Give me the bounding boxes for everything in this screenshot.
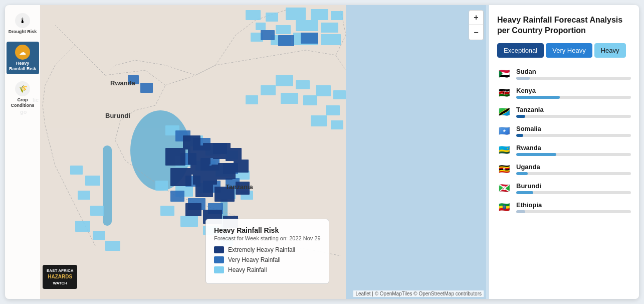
ea-line3: WATCH [47,280,73,286]
country-row-sudan: 🇸🇩Sudan [497,67,631,81]
sidebar-item-rainfall[interactable]: ☁ Heavy Rainfall Risk [7,42,39,75]
country-info-somalia: Somalia [516,125,631,137]
bar-fill-somalia [516,134,523,137]
heavy-swatch [214,266,224,273]
very-heavy-label: Very Heavy Rainfall [228,256,281,263]
legend-popup: Heavy Rainfall Risk Forecast for Week st… [205,219,329,284]
zoom-controls: + − [469,10,484,40]
bar-track-tanzania [516,115,631,118]
crop-icon: 🌾 [15,81,30,96]
country-info-sudan: Sudan [516,68,631,80]
crop-label: Crop Conditions [9,97,37,108]
bar-fill-kenya [516,96,560,99]
flag-kenya: 🇰🇪 [497,86,511,100]
legend-subtitle: Forecast for Week starting on: 2022 Nov … [214,235,321,241]
filter-veryheavy[interactable]: Very Heavy [546,43,592,58]
bar-fill-uganda [516,172,528,175]
extremely-heavy-swatch [214,246,224,253]
filter-buttons: Exceptional Very Heavy Heavy [497,43,631,58]
bar-track-somalia [516,134,631,137]
flag-uganda: 🇺🇬 [497,162,511,176]
country-info-ethiopia: Ethiopia [516,201,631,213]
country-name-tanzania: Tanzania [516,106,631,113]
legend-item-very-heavy: Very Heavy Rainfall [214,256,321,263]
filter-heavy[interactable]: Heavy [594,43,626,58]
legend-title: Heavy Rainfall Risk [214,226,321,234]
attribution: Leaflet | © OpenMapTiles © OpenStreetMap… [353,290,484,297]
bar-fill-sudan [516,77,530,80]
sidebar-item-crop[interactable]: 🌾 Crop Conditions [7,78,39,111]
country-info-tanzania: Tanzania [516,106,631,118]
country-name-rwanda: Rwanda [516,144,631,151]
rainfall-icon: ☁ [15,45,30,60]
bar-track-sudan [516,77,631,80]
flag-somalia: 🇸🇴 [497,124,511,138]
bar-fill-burundi [516,191,533,194]
ea-line1: EAST AFRICA [47,268,73,273]
legend-item-extremely-heavy: Extremely Heavy Rainfall [214,246,321,253]
legend-item-heavy: Heavy Rainfall [214,266,321,273]
bar-track-burundi [516,191,631,194]
main-container: 🌡 Drought Risk ☁ Heavy Rainfall Risk 🌾 C… [5,5,639,299]
country-name-sudan: Sudan [516,68,631,75]
country-row-somalia: 🇸🇴Somalia [497,124,631,138]
country-info-rwanda: Rwanda [516,144,631,156]
drought-label: Drought Risk [9,29,37,35]
extremely-heavy-label: Extremely Heavy Rainfall [228,246,295,253]
country-name-uganda: Uganda [516,163,631,171]
country-info-uganda: Uganda [516,163,631,175]
country-name-ethiopia: Ethiopia [516,201,631,209]
zoom-in-button[interactable]: + [469,10,484,25]
panel-title: Heavy Rainfall Forecast Analysis per Cou… [497,15,631,36]
country-info-kenya: Kenya [516,87,631,99]
filter-exceptional[interactable]: Exceptional [497,43,544,58]
country-row-burundi: 🇧🇮Burundi [497,181,631,195]
right-panel: Heavy Rainfall Forecast Analysis per Cou… [489,5,639,299]
country-name-burundi: Burundi [516,182,631,190]
flag-rwanda: 🇷🇼 [497,143,511,157]
country-row-ethiopia: 🇪🇹Ethiopia [497,200,631,214]
zoom-out-button[interactable]: − [469,25,484,40]
country-list: 🇸🇩Sudan🇰🇪Kenya🇹🇿Tanzania🇸🇴Somalia🇷🇼Rwand… [497,67,631,214]
flag-burundi: 🇧🇮 [497,181,511,195]
country-name-somalia: Somalia [516,125,631,132]
left-sidebar: 🌡 Drought Risk ☁ Heavy Rainfall Risk 🌾 C… [5,5,40,299]
country-info-burundi: Burundi [516,182,631,194]
country-row-uganda: 🇺🇬Uganda [497,162,631,176]
map-section: 🌡 Drought Risk ☁ Heavy Rainfall Risk 🌾 C… [5,5,489,299]
country-name-kenya: Kenya [516,87,631,94]
flag-ethiopia: 🇪🇹 [497,200,511,214]
bar-track-uganda [516,172,631,175]
bar-track-rwanda [516,153,631,156]
rainfall-label: Heavy Rainfall Risk [9,61,37,72]
flag-tanzania: 🇹🇿 [497,105,511,119]
bar-track-kenya [516,96,631,99]
country-row-rwanda: 🇷🇼Rwanda [497,143,631,157]
bar-fill-rwanda [516,153,556,156]
bar-track-ethiopia [516,210,631,213]
bar-fill-ethiopia [516,210,525,213]
ea-logo: EAST AFRICA HAZARDS WATCH [43,265,77,289]
heavy-label: Heavy Rainfall [228,266,267,273]
flag-sudan: 🇸🇩 [497,67,511,81]
bar-fill-tanzania [516,115,525,118]
very-heavy-swatch [214,256,224,263]
drought-icon: 🌡 [15,13,30,28]
country-row-tanzania: 🇹🇿Tanzania [497,105,631,119]
ea-line2: HAZARDS [47,273,73,280]
sidebar-item-drought[interactable]: 🌡 Drought Risk [7,10,39,38]
country-row-kenya: 🇰🇪Kenya [497,86,631,100]
